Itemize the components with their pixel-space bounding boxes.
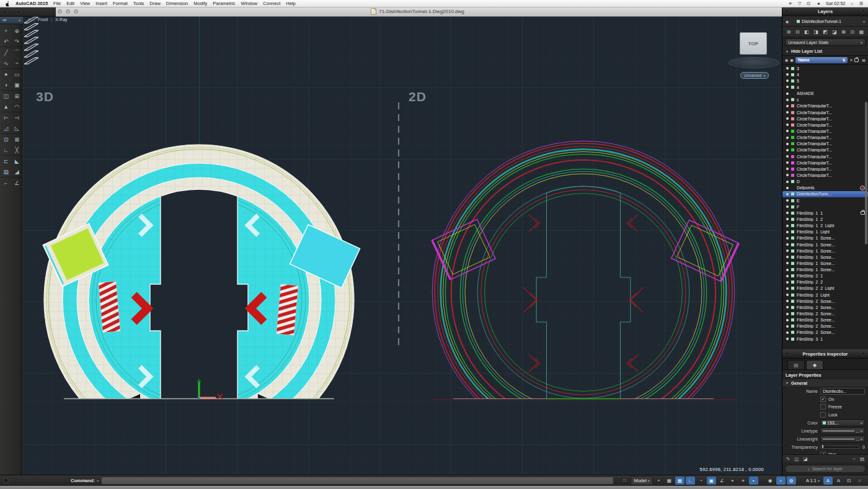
- layer-color-swatch[interactable]: [791, 199, 794, 202]
- tool-icon[interactable]: ⊣: [12, 112, 23, 123]
- tool-icon[interactable]: ⊡: [1, 133, 12, 145]
- layer-state-dropdown[interactable]: Unsaved Layer State ▾: [785, 38, 866, 46]
- layer-color-swatch[interactable]: [791, 331, 794, 334]
- layer-visibility-icon[interactable]: [786, 137, 789, 139]
- layer-row[interactable]: FilmStrip_1_Scree...: [782, 254, 868, 260]
- freeze-column-icon[interactable]: ✳: [849, 58, 852, 62]
- layer-visibility-icon[interactable]: [786, 130, 789, 132]
- layer-row[interactable]: F: [782, 204, 868, 210]
- object-snap-icon[interactable]: ▣: [707, 477, 716, 485]
- layer-row[interactable]: FilmStrip_2_Scree...: [782, 304, 868, 310]
- layer-color-swatch[interactable]: [791, 300, 794, 303]
- tool-icon[interactable]: ◠: [12, 101, 23, 112]
- layer-visibility-icon[interactable]: [786, 205, 789, 208]
- on-checkbox[interactable]: ✓: [820, 397, 826, 402]
- status-dot-icon[interactable]: ○: [855, 477, 864, 485]
- layer-visibility-icon[interactable]: [786, 313, 789, 315]
- layer-color-swatch[interactable]: [791, 148, 794, 151]
- viewport-menu-button[interactable]: +: [28, 17, 30, 22]
- tab-object-properties[interactable]: ▤: [787, 360, 805, 369]
- tool-icon[interactable]: ⌒: [12, 47, 23, 58]
- layer-row[interactable]: FilmStrip_1_Scree...: [782, 267, 868, 273]
- layer-visibility-icon[interactable]: [786, 249, 789, 252]
- snap-mode-icon[interactable]: +: [654, 477, 663, 485]
- layer-visibility-icon[interactable]: [786, 99, 789, 101]
- properties-tool-icon[interactable]: ◪: [803, 456, 807, 462]
- tool-icon[interactable]: ◣: [12, 155, 23, 166]
- layer-color-swatch[interactable]: [791, 136, 794, 139]
- layer-color-swatch[interactable]: [791, 243, 794, 246]
- layer-color-swatch[interactable]: [791, 79, 794, 83]
- layer-color-swatch[interactable]: [791, 274, 794, 277]
- layer-color-swatch[interactable]: [791, 67, 794, 70]
- tool-icon[interactable]: ◖: [1, 79, 12, 90]
- tool-icon[interactable]: ⊏: [1, 155, 12, 166]
- layer-row[interactable]: FilmStrip_1_Scree...: [782, 241, 868, 248]
- layer-visibility-icon[interactable]: [786, 306, 789, 308]
- layer-row[interactable]: CircleTriangularT...: [782, 153, 868, 159]
- airplay-menu-icon[interactable]: ⊡: [807, 0, 810, 7]
- menu-dimension[interactable]: Dimension: [166, 0, 188, 7]
- viewport-layout-icon[interactable]: ∷: [620, 477, 629, 485]
- layer-color-swatch[interactable]: [791, 168, 794, 171]
- current-layer-selector[interactable]: ◉ · · DisinfectionTunnel-1 ▾: [782, 16, 868, 27]
- spinner-menu-icon[interactable]: ✳: [789, 0, 792, 7]
- annotation-visibility-icon[interactable]: A: [823, 477, 833, 485]
- lock-column-icon[interactable]: [854, 58, 859, 62]
- layer-visibility-icon[interactable]: [786, 331, 789, 334]
- display-settings-icon[interactable]: ⊡: [844, 477, 854, 485]
- layer-row[interactable]: CircleTriangularT...: [782, 128, 868, 134]
- layer-row[interactable]: FilmStrip_1_Scree...: [782, 235, 868, 241]
- layer-color-swatch[interactable]: [791, 180, 794, 183]
- annotation-autoscale-icon[interactable]: A: [834, 477, 843, 485]
- menu-window[interactable]: Window: [241, 0, 258, 7]
- layer-row[interactable]: c: [782, 97, 868, 103]
- layer-color-swatch[interactable]: [791, 104, 794, 107]
- visual-style-button[interactable]: X-Ray: [55, 17, 67, 22]
- view-name-dropdown[interactable]: Unnamed ▾: [740, 72, 769, 79]
- layer-color-swatch[interactable]: [791, 312, 794, 315]
- layer-color-swatch[interactable]: [791, 174, 794, 177]
- tool-icon[interactable]: ∠: [12, 177, 23, 188]
- layer-row[interactable]: FilmStrip_2_2: [782, 279, 868, 285]
- zoom-icon[interactable]: ⌕: [776, 477, 786, 485]
- layer-row[interactable]: Defpoints: [782, 185, 868, 191]
- layer-color-swatch[interactable]: [791, 306, 794, 309]
- tool-icon[interactable]: ⊞: [12, 90, 23, 101]
- layer-row[interactable]: FilmStrip_2_Scree...: [782, 330, 868, 336]
- layer-visibility-icon[interactable]: [786, 86, 789, 88]
- layer-visibility-icon[interactable]: [786, 281, 789, 284]
- layer-color-swatch[interactable]: [791, 249, 794, 253]
- quick-properties-icon[interactable]: ▪: [749, 477, 758, 485]
- layer-visibility-icon[interactable]: [786, 73, 789, 76]
- layer-color-swatch[interactable]: [791, 325, 794, 328]
- model-space-button[interactable]: Model▾: [631, 476, 652, 485]
- snap-tracking-icon[interactable]: ⌖: [728, 477, 737, 485]
- drawing-canvas[interactable]: + | Front | X-Ray 3D 2D TOP Unnamed ▾ 59…: [23, 16, 782, 475]
- layer-row[interactable]: ASHADE: [782, 91, 868, 97]
- layer-row[interactable]: E: [782, 197, 868, 204]
- tool-icon[interactable]: ▲: [1, 101, 12, 112]
- layers-panel-header[interactable]: Layers: [782, 7, 868, 16]
- orbit-icon[interactable]: ◍: [787, 477, 796, 485]
- tool-icon[interactable]: ╳: [12, 145, 23, 155]
- layer-visibility-icon[interactable]: [786, 161, 789, 164]
- print-column-icon[interactable]: ▤: [862, 58, 866, 62]
- layer-visibility-icon[interactable]: [786, 319, 789, 321]
- layer-color-swatch[interactable]: [791, 73, 794, 76]
- properties-tool-icon[interactable]: −: [853, 456, 856, 462]
- layer-tool-icon[interactable]: ◧: [804, 29, 809, 35]
- layer-color-swatch[interactable]: [791, 205, 794, 209]
- layer-visibility-icon[interactable]: [786, 300, 789, 302]
- tool-icon[interactable]: ⊕: [12, 25, 23, 36]
- layer-row[interactable]: CircleTriangularT...: [782, 166, 868, 172]
- layer-tool-icon[interactable]: ⊡: [850, 29, 854, 35]
- layer-visibility-icon[interactable]: [786, 325, 789, 328]
- layer-color-swatch[interactable]: [791, 130, 794, 133]
- layer-tool-icon[interactable]: ◨: [813, 29, 818, 35]
- layer-row[interactable]: FilmStrip_1_1: [782, 210, 868, 216]
- tool-icon[interactable]: ●: [1, 68, 12, 79]
- layer-color-swatch[interactable]: [791, 98, 794, 101]
- layer-visibility-icon[interactable]: [786, 181, 789, 183]
- layer-row[interactable]: CircleTriangularT...: [782, 122, 868, 128]
